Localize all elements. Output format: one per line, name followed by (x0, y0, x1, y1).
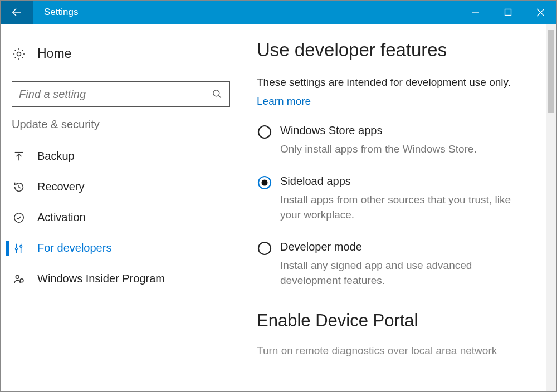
history-icon (12, 181, 26, 193)
scrollbar[interactable] (546, 24, 556, 392)
nav-item-label: Recovery (37, 180, 84, 193)
radio-options: Windows Store appsOnly install apps from… (257, 124, 540, 288)
arrow-up-line-icon (12, 150, 26, 163)
person-ring-icon (12, 273, 26, 285)
maximize-icon (504, 8, 512, 16)
nav-item-backup[interactable]: Backup (1, 141, 232, 171)
option-description: Install any signed app and use advanced … (280, 258, 531, 288)
home-button[interactable]: Home (1, 41, 232, 71)
svg-point-4 (17, 52, 21, 56)
search-input[interactable] (19, 88, 212, 101)
svg-point-5 (213, 90, 219, 96)
search-icon (212, 89, 223, 100)
nav-list: BackupRecoveryActivationFor developersWi… (1, 141, 232, 294)
window-controls (460, 1, 556, 24)
portal-description: Turn on remote diagnostics over local ar… (257, 343, 540, 359)
svg-point-14 (258, 126, 271, 138)
radio-option-sideload-apps[interactable]: Sideload appsInstall apps from other sou… (257, 175, 540, 223)
close-button[interactable] (524, 1, 556, 24)
arrow-left-icon (11, 6, 23, 18)
svg-point-10 (16, 248, 18, 250)
option-text: Sideload appsInstall apps from other sou… (280, 175, 531, 223)
nav-item-label: For developers (37, 242, 111, 254)
home-label: Home (37, 46, 71, 61)
window-title: Settings (44, 7, 78, 18)
page-heading: Use developer features (257, 40, 540, 61)
nav-item-activation[interactable]: Activation (1, 202, 232, 233)
svg-point-9 (14, 213, 24, 222)
svg-line-6 (219, 96, 221, 98)
svg-rect-1 (505, 9, 511, 16)
scrollbar-thumb[interactable] (548, 30, 554, 113)
content-area: Home Update & security BackupRecoveryAct… (1, 24, 556, 392)
option-title: Sideload apps (280, 175, 531, 188)
minimize-button[interactable] (460, 1, 492, 24)
svg-point-13 (20, 278, 23, 282)
svg-point-12 (16, 275, 19, 278)
page-description: These settings are intended for developm… (257, 76, 540, 89)
sidebar: Home Update & security BackupRecoveryAct… (1, 24, 232, 392)
option-title: Developer mode (280, 241, 531, 253)
close-icon (536, 8, 545, 17)
option-title: Windows Store apps (280, 124, 477, 137)
maximize-button[interactable] (492, 1, 524, 24)
option-text: Windows Store appsOnly install apps from… (280, 124, 477, 157)
portal-heading: Enable Device Portal (257, 311, 540, 331)
nav-item-label: Backup (37, 150, 75, 163)
radio-icon (257, 124, 272, 140)
nav-item-label: Windows Insider Program (37, 272, 165, 285)
svg-point-11 (20, 245, 22, 247)
radio-icon (257, 175, 272, 190)
learn-more-link[interactable]: Learn more (257, 95, 311, 107)
search-box[interactable] (12, 81, 230, 107)
radio-option-windows-store-apps[interactable]: Windows Store appsOnly install apps from… (257, 124, 540, 157)
option-description: Only install apps from the Windows Store… (280, 141, 477, 157)
nav-item-windows-insider-program[interactable]: Windows Insider Program (1, 263, 232, 294)
gear-icon (12, 47, 26, 61)
nav-item-for-developers[interactable]: For developers (1, 233, 232, 263)
category-label: Update & security (12, 118, 221, 131)
nav-item-label: Activation (37, 211, 86, 224)
back-button[interactable] (1, 1, 33, 24)
radio-icon (257, 241, 272, 256)
minimize-icon (472, 8, 480, 16)
option-description: Install apps from other sources that you… (280, 192, 531, 223)
titlebar: Settings (1, 1, 556, 24)
main-content: Use developer features These settings ar… (232, 24, 556, 392)
radio-option-developer-mode[interactable]: Developer modeInstall any signed app and… (257, 241, 540, 288)
svg-point-16 (262, 179, 268, 185)
option-text: Developer modeInstall any signed app and… (280, 241, 531, 288)
tools-icon (12, 242, 26, 254)
nav-item-recovery[interactable]: Recovery (1, 171, 232, 202)
svg-point-17 (258, 242, 271, 254)
check-circle-icon (12, 212, 26, 224)
